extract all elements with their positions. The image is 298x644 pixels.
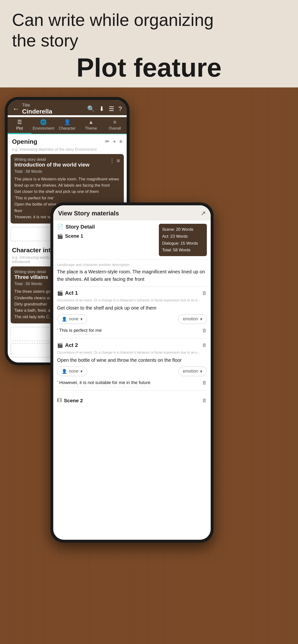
act1-emotion-label: emotion: [183, 316, 198, 322]
tab-plot[interactable]: ☰ Plot: [8, 117, 32, 134]
tab-theme-label: Theme: [85, 126, 97, 130]
emotion-chevron-icon: ▾: [200, 316, 202, 322]
header-icons: 🔍 ⬇ ☰ ?: [87, 105, 122, 112]
person-icon: 👤: [62, 316, 67, 322]
act1-character-label: none: [69, 316, 78, 322]
card-label-1: Writing story detail: [14, 158, 89, 162]
front-main: Landscape and character position descrip…: [53, 260, 211, 407]
act1-character-dropdown[interactable]: 👤 none ▾: [57, 314, 87, 324]
card-title-1: Introduction of the world view: [14, 162, 89, 168]
card-title-2: Three villains: [14, 274, 48, 280]
tab-character[interactable]: 👤 Character: [55, 117, 79, 134]
front-header: View Story materials ↗: [53, 205, 211, 220]
act2-emotion-dropdown[interactable]: emotion ▾: [178, 366, 207, 376]
total-stat-val: : 58 Words: [171, 248, 191, 252]
act2-character-dropdown[interactable]: 👤 none ▾: [57, 366, 87, 376]
tab-theme[interactable]: ▲ Theme: [79, 117, 103, 134]
character-icon: 👤: [64, 119, 71, 125]
act2-dialogue-text: ' However, it is not suitable for me in …: [57, 378, 151, 387]
act1-dialogue-delete-icon[interactable]: 🗑: [202, 328, 207, 333]
banner-title: Plot feature: [12, 52, 286, 83]
act2-emotion-label: emotion: [183, 369, 198, 374]
environment-icon: 🌐: [40, 119, 47, 125]
phone-front-screen: View Story materials ↗ 📄 Story Detail 🎬 …: [53, 205, 211, 540]
chevron-down2-icon: ▾: [80, 369, 83, 374]
act1-dialogue-text: ' This is perfect for me: [57, 326, 102, 335]
nav-tabs: ☰ Plot 🌐 Environment 👤 Character ▲ Theme…: [8, 117, 127, 134]
story-detail-section: 📄 Story Detail 🎬 Scene 1 Scene: 20 Words…: [53, 220, 211, 260]
card-label-2: Writing story detail: [14, 270, 48, 274]
opening-hint: e.g. Interesting depiction of the story …: [8, 147, 127, 154]
dialogue-stat-label: Dialogue: [162, 241, 178, 246]
main-area: ← Title Cinderella 🔍 ⬇ ☰ ?: [0, 88, 298, 644]
act1-delete-icon[interactable]: 🗑: [202, 290, 207, 296]
chevron-down-icon: ▾: [80, 316, 83, 322]
act1-dialogue-row: ' This is perfect for me 🗑: [57, 326, 207, 335]
act2-title: Act 2: [65, 342, 78, 348]
card-word-count-1: Total : 58 Words: [14, 170, 120, 174]
phone-front: View Story materials ↗ 📄 Story Detail 🎬 …: [50, 202, 214, 543]
tab-character-label: Character: [59, 126, 76, 130]
scene2-delete-icon[interactable]: 🗑: [202, 398, 207, 403]
banner-subtitle: Can write while organizingthe story: [12, 10, 286, 51]
card-menu-icon[interactable]: ⋮ ≡: [109, 158, 120, 164]
add-icon[interactable]: +: [113, 138, 116, 145]
tab-environment[interactable]: 🌐 Environment: [32, 117, 55, 134]
theme-icon: ▲: [88, 119, 94, 125]
scene-stat-val: : 20 Words: [174, 227, 193, 232]
scene1-title: Scene 1: [65, 233, 83, 239]
total-stat-label: Total: [162, 248, 171, 252]
act2-dialogue-row: ' However, it is not suitable for me in …: [57, 378, 207, 387]
header-label: Title: [22, 103, 52, 108]
list-icon[interactable]: ≡: [119, 138, 122, 145]
overall-icon: ≡: [113, 119, 116, 125]
tab-plot-label: Plot: [16, 126, 23, 130]
scene-desc-label: Landscape and character position descrip…: [57, 262, 207, 267]
back-button[interactable]: ←: [13, 105, 19, 113]
scene2-title: Scene 2: [64, 398, 83, 404]
dialogue-stat-val: : 15 Words: [178, 241, 198, 246]
act2-text: Open the bottle of wine and throw the co…: [57, 356, 207, 364]
act-stat-val: : 23 Words: [168, 234, 188, 238]
edit-icon[interactable]: ✏: [105, 138, 109, 145]
help-icon[interactable]: ?: [118, 105, 122, 112]
opening-section-header: Opening ✏ + ≡: [8, 134, 127, 147]
story-detail-title: Story Detail: [66, 224, 95, 230]
scene1-icon: 🎬: [57, 233, 63, 239]
front-header-title: View Story materials: [58, 210, 119, 217]
act2-character-label: none: [69, 369, 78, 374]
act1-block: 🎬 Act 1 🗑 Occurrence of an event. Or a c…: [57, 290, 207, 338]
plot-icon: ☰: [17, 119, 22, 125]
story-detail-icon: 📄: [57, 224, 64, 230]
emotion2-chevron-icon: ▾: [200, 369, 202, 374]
tab-overall[interactable]: ≡ Overall: [103, 117, 127, 134]
scene-stat-label: Scene: [162, 227, 174, 232]
opening-title: Opening: [12, 138, 37, 146]
act1-controls: 👤 none ▾ emotion ▾: [57, 314, 207, 324]
act1-icon: 🎬: [57, 290, 63, 296]
app-title: Cinderella: [22, 108, 52, 115]
act-stat-label: Act: [162, 234, 168, 238]
act2-controls: 👤 none ▾ emotion ▾: [57, 366, 207, 376]
act1-text: Get closer to the shelf and pick up one …: [57, 304, 207, 312]
scene2-row: 🎞 Scene 2 🗑: [57, 394, 207, 404]
menu-icon[interactable]: ☰: [109, 105, 114, 112]
act2-icon: 🎬: [57, 342, 63, 348]
act2-dialogue-delete-icon[interactable]: 🗑: [202, 380, 207, 386]
act1-emotion-dropdown[interactable]: emotion ▾: [178, 314, 207, 324]
external-link-icon[interactable]: ↗: [201, 210, 206, 217]
tab-environment-label: Environment: [33, 126, 54, 130]
stats-panel: Scene: 20 Words Act: 23 Words Dialogue: …: [159, 224, 207, 256]
person2-icon: 👤: [62, 369, 67, 374]
download-icon[interactable]: ⬇: [99, 105, 104, 112]
tab-overall-label: Overall: [109, 126, 121, 130]
scene2-icon: 🎞: [57, 398, 62, 403]
act1-hint: Occurrence of an event. Or a change in a…: [57, 298, 207, 303]
act2-delete-icon[interactable]: 🗑: [202, 342, 207, 348]
act1-title: Act 1: [65, 290, 78, 296]
search-icon[interactable]: 🔍: [87, 105, 95, 112]
act2-hint: Occurrence of an event. Or a change in a…: [57, 350, 207, 355]
front-content: 📄 Story Detail 🎬 Scene 1 Scene: 20 Words…: [53, 220, 211, 538]
app-header: ← Title Cinderella 🔍 ⬇ ☰ ?: [8, 100, 127, 115]
scene-desc-text: The place is a Western-style room. The m…: [57, 268, 207, 286]
